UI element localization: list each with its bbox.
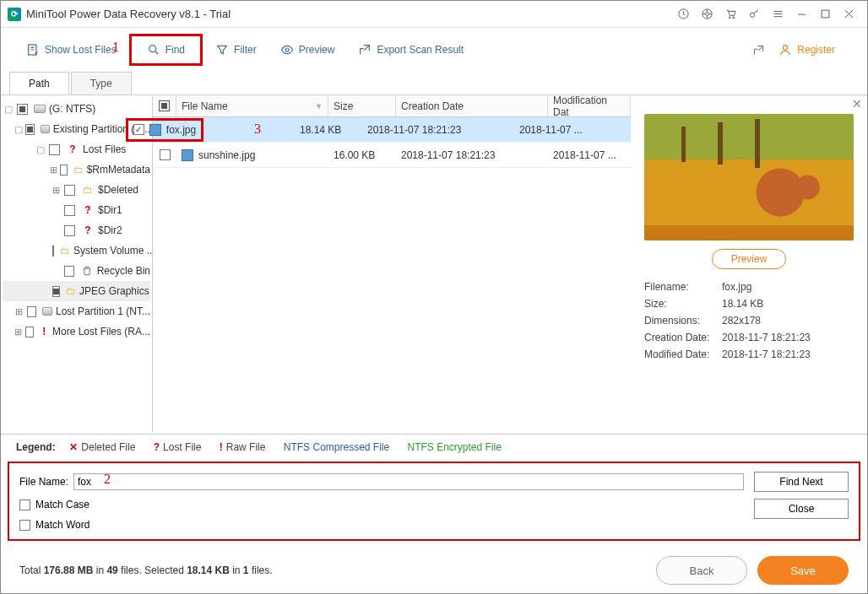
file-checkbox[interactable]	[160, 149, 171, 160]
title-bar: ⟳ MiniTool Power Data Recovery v8.1 - Tr…	[1, 1, 867, 28]
file-size-cell: 16.00 KB	[328, 149, 396, 161]
svg-rect-6	[822, 10, 829, 18]
folder-tree: ▢(G: NTFS) ▢Existing Partition (N... ▢?L…	[1, 95, 153, 432]
preview-image	[644, 114, 854, 240]
file-cd-cell: 2018-11-07 18:21:23	[396, 149, 548, 161]
label-dimensions: Dimensions:	[644, 315, 717, 327]
export-button[interactable]: Export Scan Result	[350, 38, 472, 62]
header-modification-date[interactable]: Modification Dat	[548, 95, 631, 116]
key-icon[interactable]	[742, 3, 766, 26]
svg-point-8	[149, 46, 155, 52]
window-title: MiniTool Power Data Recovery v8.1 - Tria…	[26, 8, 231, 20]
view-tabs: Path Type	[1, 72, 867, 94]
label-filename: Filename:	[644, 281, 717, 293]
close-icon[interactable]	[837, 3, 860, 26]
svg-point-2	[705, 13, 708, 16]
cart-icon[interactable]	[719, 3, 742, 26]
main-toolbar: Show Lost Files 1 Find Filter Preview Ex…	[1, 28, 867, 72]
support-icon[interactable]	[695, 3, 719, 26]
preview-close-icon[interactable]: ✕	[852, 97, 862, 111]
save-button[interactable]: Save	[757, 556, 849, 585]
tree-more-lost-files[interactable]: ⊞!More Lost Files (RA...	[3, 321, 150, 342]
tab-type[interactable]: Type	[71, 72, 132, 94]
header-checkbox[interactable]	[153, 95, 176, 116]
svg-point-10	[784, 46, 788, 50]
legend-label: Legend:	[16, 441, 56, 453]
file-row[interactable]: sunshine.jpg 16.00 KB 2018-11-07 18:21:2…	[153, 143, 631, 168]
clock-icon[interactable]	[671, 3, 695, 26]
preview-panel: ✕ Preview Filename:fox.jpg Size:18.14 KB…	[631, 95, 867, 432]
minimize-icon[interactable]	[789, 3, 813, 26]
tree-deleted[interactable]: ⊞🗀$Deleted	[3, 180, 150, 200]
show-lost-label: Show Lost Files	[45, 44, 117, 56]
match-word-checkbox[interactable]: Match Word	[19, 519, 90, 531]
preview-label: Preview	[299, 44, 335, 56]
filter-label: Filter	[234, 44, 257, 56]
status-text: Total 176.88 MB in 49 files. Selected 18…	[19, 564, 273, 576]
file-size-cell: 18.14 KB	[295, 124, 362, 136]
svg-point-4	[732, 17, 734, 19]
header-creation-date[interactable]: Creation Date	[396, 95, 548, 116]
file-md-cell: 2018-11-07 ...	[514, 124, 597, 136]
menu-icon[interactable]	[766, 3, 789, 26]
value-dimensions: 282x178	[722, 315, 854, 327]
file-name-cell: sunshine.jpg	[198, 149, 255, 161]
tree-lost-partition[interactable]: ⊞Lost Partition 1 (NT...	[3, 301, 150, 321]
export-label: Export Scan Result	[377, 44, 464, 56]
file-grid: File Name▼ Size Creation Date Modificati…	[153, 95, 631, 432]
tree-dir1[interactable]: ?$Dir1	[3, 200, 150, 220]
value-filename: fox.jpg	[722, 281, 854, 293]
svg-point-5	[750, 13, 754, 17]
main-pane: ▢(G: NTFS) ▢Existing Partition (N... ▢?L…	[1, 94, 867, 432]
tree-system-volume[interactable]: 🗀System Volume ...	[3, 240, 150, 261]
back-button[interactable]: Back	[656, 556, 747, 585]
file-checkbox[interactable]	[133, 124, 144, 135]
preview-button[interactable]: Preview	[272, 38, 344, 62]
find-label: Find	[165, 44, 185, 56]
file-md-cell: 2018-11-07 ...	[548, 149, 631, 161]
file-row[interactable]: fox.jpg 18.14 KB 2018-11-07 18:21:23 201…	[153, 117, 631, 143]
register-label: Register	[797, 44, 835, 56]
tab-path[interactable]: Path	[9, 72, 69, 94]
show-lost-files-button[interactable]: Show Lost Files	[18, 38, 125, 62]
share-icon[interactable]	[746, 38, 770, 62]
tree-recycle-bin[interactable]: Recycle Bin	[3, 261, 150, 281]
maximize-icon[interactable]	[813, 3, 837, 26]
tree-jpeg-graphics[interactable]: 🗀JPEG Graphics ...	[3, 281, 150, 301]
annotation-1: 1	[112, 40, 119, 55]
value-size: 18.14 KB	[722, 298, 854, 310]
tree-rmmetadata[interactable]: ⊞🗀$RmMetadata	[3, 159, 150, 180]
find-close-button[interactable]: Close	[754, 499, 849, 519]
value-creation-date: 2018-11-7 18:21:23	[722, 332, 854, 343]
file-name-cell: fox.jpg	[166, 124, 196, 136]
header-size[interactable]: Size	[328, 95, 396, 116]
annotation-2: 2	[104, 472, 111, 487]
svg-point-9	[285, 48, 289, 51]
register-button[interactable]: Register	[770, 38, 844, 62]
file-cd-cell: 2018-11-07 18:21:23	[362, 124, 514, 136]
label-size: Size:	[644, 298, 717, 310]
find-next-button[interactable]: Find Next	[754, 472, 849, 492]
header-filename[interactable]: File Name▼	[176, 95, 328, 116]
preview-open-button[interactable]: Preview	[712, 249, 787, 269]
match-case-checkbox[interactable]: Match Case	[19, 499, 90, 510]
tree-root[interactable]: ▢(G: NTFS)	[3, 99, 150, 119]
tree-dir2[interactable]: ?$Dir2	[3, 220, 150, 240]
filter-button[interactable]: Filter	[207, 38, 265, 62]
app-logo: ⟳	[8, 8, 21, 21]
legend-bar: Legend: ✕Deleted File ?Lost File !Raw Fi…	[1, 434, 867, 460]
label-creation-date: Creation Date:	[644, 332, 717, 343]
tree-lost-files[interactable]: ▢?Lost Files	[3, 139, 150, 159]
find-filename-label: File Name:	[19, 476, 68, 488]
status-footer: Total 176.88 MB in 49 files. Selected 18…	[1, 548, 867, 593]
find-filename-input[interactable]	[73, 473, 744, 490]
find-panel: File Name: Find Next 2 Match Case Match …	[9, 463, 859, 539]
svg-point-3	[729, 17, 730, 19]
image-file-icon	[149, 124, 161, 136]
label-modified-date: Modified Date:	[644, 348, 717, 360]
image-file-icon	[182, 149, 193, 161]
find-button[interactable]: Find	[132, 36, 200, 63]
grid-header: File Name▼ Size Creation Date Modificati…	[153, 95, 631, 117]
value-modified-date: 2018-11-7 18:21:23	[722, 348, 854, 360]
annotation-3: 3	[254, 122, 261, 137]
